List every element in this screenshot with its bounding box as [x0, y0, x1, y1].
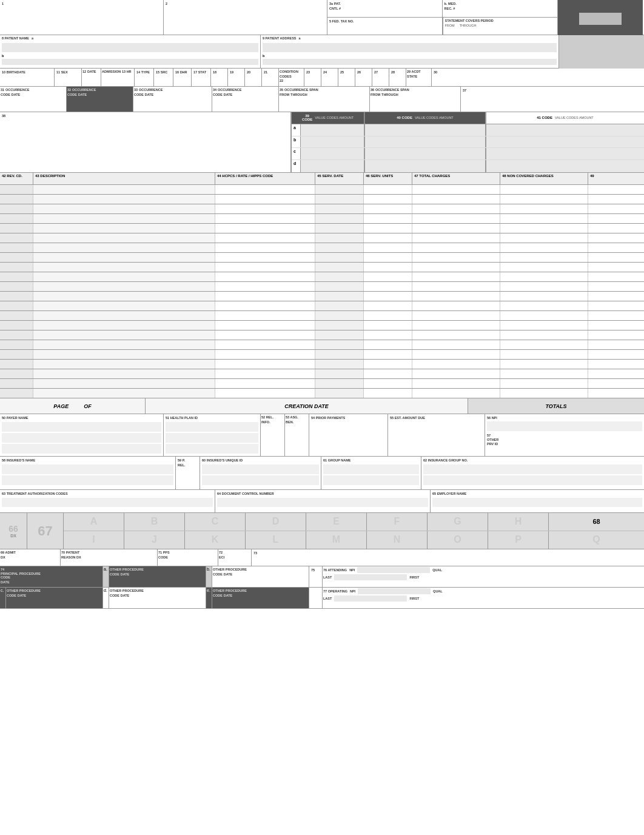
- dl9-f44: [215, 263, 315, 272]
- f40-label: 40 CODE: [397, 116, 412, 119]
- dl13-f42: [0, 301, 33, 310]
- dl3-f44: [215, 204, 315, 213]
- f40d-val: [364, 160, 486, 172]
- dl12-f49: [588, 292, 644, 301]
- f76-npi-val: [357, 567, 430, 573]
- dl13-f45: [315, 301, 364, 310]
- dl4-f44: [215, 214, 315, 223]
- f43-header: 43 DESCRIPTION: [33, 173, 215, 184]
- dl20-f46: [364, 369, 412, 378]
- data-line-22: [0, 389, 644, 398]
- dl7-f42: [0, 243, 33, 252]
- field-36-thru: THROUGH: [381, 93, 398, 96]
- dl7-f44: [215, 243, 315, 252]
- field-62: 62 INSURANCE GROUP NO.: [421, 457, 644, 490]
- f62-row-a: [423, 464, 642, 474]
- f67d-cell: D: [246, 513, 306, 531]
- data-line-19: [0, 360, 644, 369]
- field-18: 18: [211, 69, 228, 86]
- f49-header: 49: [588, 173, 644, 184]
- dl1-f47: [412, 185, 500, 194]
- f64-val: [217, 498, 428, 507]
- f45-label: 45 SERV. DATE: [317, 174, 343, 178]
- dl8-f45: [315, 253, 364, 262]
- field-9a-value: [263, 43, 557, 52]
- dl8-f48: [500, 253, 588, 262]
- dl13-f48: [500, 301, 588, 310]
- f74d-letter: d.: [103, 588, 109, 608]
- f47-label: 47 TOTAL CHARGES: [414, 174, 450, 178]
- dl16-f42: [0, 330, 33, 340]
- dl12-f47: [412, 292, 500, 301]
- f44-label: 44 HCPCS / RATE / HIPPS CODE: [217, 174, 273, 178]
- field-36-num: 36: [371, 88, 374, 92]
- data-line-9: [0, 263, 644, 272]
- f62-row-b: [423, 475, 642, 485]
- field-33-date: DATE: [145, 93, 154, 96]
- dl3-f46: [364, 204, 412, 213]
- f41-sub: VALUE CODES AMOUNT: [555, 116, 594, 119]
- field-25-label: 25: [340, 70, 344, 74]
- field-13-hr: 13 HR: [122, 70, 132, 73]
- field-8a-value: [2, 43, 258, 52]
- field-38-label: 38: [2, 114, 5, 118]
- f76-first: FIRST: [409, 575, 419, 580]
- f74e-letter: e.: [206, 588, 212, 608]
- f49-label: 49: [590, 174, 594, 178]
- field-56-57: 56 NPI 57 OTHER PRV ID: [485, 414, 644, 457]
- dl14-f46: [364, 311, 412, 320]
- f40-header: 40 CODE VALUE CODES AMOUNT: [364, 112, 486, 124]
- data-line-8: [0, 253, 644, 263]
- dl7-f47: [412, 243, 500, 252]
- type-of-bill: [558, 0, 643, 35]
- dl8-f46: [364, 253, 412, 262]
- field-35-thru: THROUGH: [290, 93, 307, 96]
- from-label: FROM: [445, 24, 455, 27]
- field-74d: OTHER PROCEDURE CODE DATE: [109, 588, 206, 608]
- dl21-f49: [588, 379, 644, 388]
- of-label: OF: [84, 403, 92, 409]
- field-70: 70 PATIENT REASON DX: [61, 549, 158, 566]
- data-line-5: [0, 224, 644, 233]
- data-line-12: [0, 292, 644, 301]
- field-31-date: DATE: [12, 93, 21, 96]
- data-line-11: [0, 282, 644, 292]
- field-60: 60 INSURED'S UNIQUE ID: [200, 457, 321, 490]
- f71-label: 71 PPS CODE: [158, 551, 170, 559]
- field-14: 14 TYPE: [135, 69, 154, 86]
- dl10-f46: [364, 272, 412, 281]
- totals-area: TOTALS: [468, 398, 644, 414]
- f39-label: 39 CODE: [302, 114, 312, 121]
- f42-header: 42 REV. CD.: [0, 173, 33, 184]
- dl2-f44: [215, 195, 315, 204]
- f67m-label: M: [332, 534, 340, 545]
- field-76: 76 ATTENDING NPI QUAL LAST FIRST: [323, 566, 644, 587]
- f72-label: 72 ECI: [219, 551, 224, 559]
- dl17-f48: [500, 340, 588, 349]
- dl1-f46: [364, 185, 412, 194]
- f58-label: 58 INSURED'S NAME: [2, 458, 35, 462]
- dl18-f47: [412, 350, 500, 359]
- field-22-label: CONDITION CODES 22: [280, 70, 298, 82]
- dl9-f49: [588, 263, 644, 272]
- dl5-f42: [0, 224, 33, 233]
- field-30-label: 30: [434, 70, 437, 74]
- dl3-f48: [500, 204, 588, 213]
- f57-label: 57: [487, 434, 642, 438]
- field-9: 9 PATIENT ADDRESS a b: [261, 35, 559, 69]
- f41a-val: [486, 124, 644, 136]
- f39d-val: [301, 160, 364, 172]
- f57-other-label: OTHER: [487, 438, 498, 441]
- dl19-f46: [364, 360, 412, 369]
- f63-label: 63 TREATMENT AUTHORIZATION CODES: [2, 492, 68, 495]
- f56-label: 56 NPI: [487, 416, 497, 420]
- row-74-76-top: 74 PRINCIPAL PROCEDURE CODE DATE a. OTHE…: [0, 566, 644, 588]
- creation-date-area: CREATION DATE: [146, 398, 468, 414]
- value-codes-header: 39 CODE VALUE CODES AMOUNT 40 CODE VALUE…: [292, 112, 644, 124]
- data-lines: [0, 185, 644, 398]
- dl5-f43: [33, 224, 215, 233]
- dl22-f43: [33, 389, 215, 398]
- dl6-f49: [588, 233, 644, 243]
- dl4-f45: [315, 214, 364, 223]
- dl6-f48: [500, 233, 588, 243]
